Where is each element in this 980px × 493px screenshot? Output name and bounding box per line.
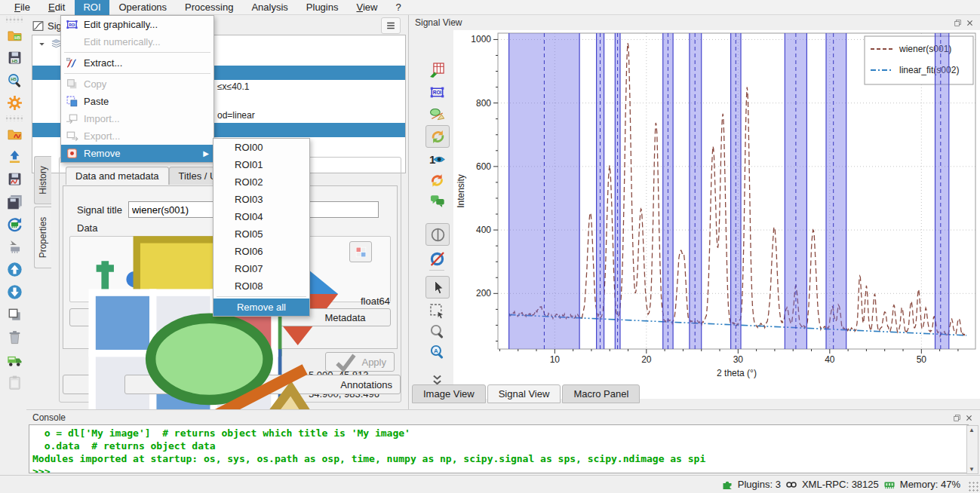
- roi-band[interactable]: [935, 33, 949, 349]
- roi-band[interactable]: [663, 33, 673, 349]
- menu-edit[interactable]: Edit: [40, 0, 73, 15]
- view-results-button[interactable]: [425, 59, 448, 80]
- open-signal-button[interactable]: [3, 124, 26, 144]
- submenu-item-roi00[interactable]: ROI00: [214, 139, 309, 156]
- contrast-button[interactable]: [425, 223, 450, 246]
- auto-refresh-button[interactable]: [425, 170, 448, 191]
- submenu-item-roi01[interactable]: ROI01: [214, 156, 309, 173]
- menu-analysis[interactable]: Analysis: [243, 0, 296, 15]
- show-first-only-button[interactable]: 1: [425, 149, 448, 170]
- edit-roi-button[interactable]: ROI: [425, 81, 448, 103]
- svg-text:1000: 1000: [471, 34, 491, 44]
- float-icon[interactable]: [953, 18, 963, 28]
- tab-macro-panel[interactable]: Macro Panel: [562, 384, 640, 403]
- resize-grip[interactable]: [968, 481, 978, 491]
- svg-text:200: 200: [476, 288, 491, 299]
- roi-band[interactable]: [731, 33, 741, 349]
- annotations-tool-button[interactable]: [425, 103, 448, 124]
- menu-plugins[interactable]: Plugins: [298, 0, 347, 15]
- tab-data-and-metadata[interactable]: Data and metadata: [66, 167, 169, 185]
- paste-icon: [66, 95, 78, 108]
- tab-properties[interactable]: Properties: [34, 207, 51, 268]
- tab-history[interactable]: History: [34, 156, 51, 204]
- console-scrollbar[interactable]: ▲ ▼: [966, 425, 978, 474]
- roi-band[interactable]: [509, 33, 580, 349]
- svg-text:20: 20: [641, 354, 652, 365]
- menu-?[interactable]: ?: [387, 0, 409, 15]
- menu-item-paste[interactable]: Paste: [61, 93, 214, 110]
- annotations-button[interactable]: Annotations: [124, 375, 401, 394]
- browse-hdf5-button[interactable]: H5: [3, 70, 26, 90]
- svg-text:40: 40: [825, 354, 835, 365]
- roi-band[interactable]: [826, 33, 846, 349]
- save-signal-button[interactable]: [3, 169, 26, 189]
- move-up-button[interactable]: [3, 259, 26, 280]
- import-faded-icon: [66, 112, 78, 125]
- submenu-item-roi07[interactable]: ROI07: [214, 260, 309, 277]
- autoscale-button[interactable]: A: [425, 341, 448, 362]
- roi-band[interactable]: [615, 33, 620, 349]
- scroll-down-icon[interactable]: ▼: [967, 465, 976, 473]
- menu-view[interactable]: View: [348, 0, 386, 15]
- svg-text:H5: H5: [14, 35, 20, 40]
- delete-all-button[interactable]: [3, 350, 26, 370]
- zoom-tool-button[interactable]: [425, 320, 448, 341]
- menu-operations[interactable]: Operations: [111, 0, 176, 15]
- submenu-item-roi05[interactable]: ROI05: [214, 225, 309, 243]
- tab-image-view[interactable]: Image View: [412, 384, 486, 403]
- anti-aliasing-button[interactable]: [425, 248, 448, 269]
- menu-item-edit-numerically[interactable]: Edit numerically...: [61, 33, 214, 51]
- open-hdf5-button[interactable]: H5: [3, 25, 26, 45]
- roi-band[interactable]: [597, 33, 604, 349]
- view-data-button[interactable]: [349, 241, 372, 262]
- refresh-button[interactable]: [425, 125, 450, 148]
- move-down-button[interactable]: [3, 282, 26, 302]
- panel-menu-button[interactable]: [381, 17, 401, 34]
- menu-item-import[interactable]: Import...: [61, 110, 214, 127]
- menu-item-copy[interactable]: Copy: [61, 75, 214, 93]
- import-text-button[interactable]: [3, 146, 26, 167]
- submenu-item-roi02[interactable]: ROI02: [214, 173, 309, 191]
- menu-item-remove[interactable]: Remove▶: [61, 145, 214, 162]
- scroll-up-icon[interactable]: ▲: [967, 426, 976, 434]
- blank-icon: [66, 35, 78, 48]
- apply-check-icon: [333, 350, 358, 374]
- submenu-item-remove-all[interactable]: Remove all: [214, 299, 309, 316]
- menu-separator: [64, 73, 210, 74]
- menu-roi[interactable]: ROI: [75, 0, 109, 15]
- svg-text:H5: H5: [11, 77, 17, 81]
- delete-button[interactable]: [3, 327, 26, 348]
- submenu-item-roi03[interactable]: ROI03: [214, 191, 309, 208]
- save-hdf5-button[interactable]: H5: [3, 47, 26, 68]
- signal-view-titlebar: Signal View: [409, 15, 980, 30]
- menu-file[interactable]: File: [6, 0, 38, 15]
- settings-button[interactable]: [3, 93, 26, 113]
- roi-band[interactable]: [690, 33, 702, 349]
- submenu-item-roi04[interactable]: ROI04: [214, 208, 309, 225]
- roi-band[interactable]: [785, 33, 806, 349]
- save-all-button[interactable]: [3, 191, 26, 212]
- duplicate-button[interactable]: [3, 305, 26, 325]
- signal-plot[interactable]: 10203040502004006008001000wiener(s001)li…: [453, 30, 980, 384]
- submenu-item-roi06[interactable]: ROI06: [214, 243, 309, 260]
- xmlrpc-icon: [785, 479, 797, 491]
- tab-signal-view[interactable]: Signal View: [487, 384, 561, 403]
- show-titles-button[interactable]: [425, 190, 448, 211]
- menu-item-edit-graphically[interactable]: ROIEdit graphically...: [61, 16, 214, 33]
- float-icon[interactable]: [952, 413, 962, 423]
- submenu-item-roi08[interactable]: ROI08: [214, 277, 309, 295]
- export-to-memory-button[interactable]: [3, 237, 26, 257]
- console-output[interactable]: o = dl['My image'] # returns object whic…: [29, 424, 969, 473]
- menu-processing[interactable]: Processing: [177, 0, 241, 15]
- rect-zoom-tool-button[interactable]: [425, 300, 448, 321]
- paste-button[interactable]: [3, 372, 26, 393]
- svg-text:A: A: [434, 347, 438, 354]
- open-from-memory-button[interactable]: [3, 214, 26, 234]
- toolbar-separator: [6, 115, 23, 121]
- menu-item-extract[interactable]: Extract...: [61, 54, 214, 72]
- close-icon[interactable]: [964, 413, 974, 423]
- menu-separator: [217, 296, 306, 297]
- pointer-tool-button[interactable]: [425, 276, 450, 299]
- menu-item-export[interactable]: Export...: [61, 127, 214, 145]
- close-icon[interactable]: [965, 18, 975, 28]
